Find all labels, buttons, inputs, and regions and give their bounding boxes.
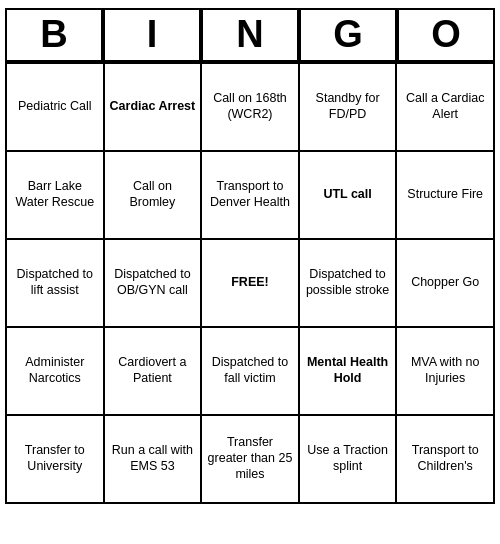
bingo-cell-3-3: Mental Health Hold — [299, 327, 397, 415]
bingo-grid: Pediatric CallCardiac ArrestCall on 168t… — [5, 62, 495, 504]
bingo-row-4: Transfer to UniversityRun a call with EM… — [6, 415, 494, 503]
bingo-cell-4-1: Run a call with EMS 53 — [104, 415, 202, 503]
bingo-cell-2-0: Dispatched to lift assist — [6, 239, 104, 327]
bingo-row-2: Dispatched to lift assistDispatched to O… — [6, 239, 494, 327]
bingo-cell-1-0: Barr Lake Water Rescue — [6, 151, 104, 239]
header-letter-b: B — [5, 8, 103, 62]
bingo-row-0: Pediatric CallCardiac ArrestCall on 168t… — [6, 63, 494, 151]
bingo-cell-3-4: MVA with no Injuries — [396, 327, 494, 415]
header-letter-n: N — [201, 8, 299, 62]
bingo-row-3: Administer NarcoticsCardiovert a Patient… — [6, 327, 494, 415]
header-letter-o: O — [397, 8, 495, 62]
bingo-cell-2-2: FREE! — [201, 239, 299, 327]
bingo-cell-1-2: Transport to Denver Health — [201, 151, 299, 239]
bingo-cell-0-0: Pediatric Call — [6, 63, 104, 151]
bingo-cell-0-1: Cardiac Arrest — [104, 63, 202, 151]
header-letter-g: G — [299, 8, 397, 62]
bingo-cell-4-0: Transfer to University — [6, 415, 104, 503]
bingo-cell-1-1: Call on Bromley — [104, 151, 202, 239]
bingo-cell-1-3: UTL call — [299, 151, 397, 239]
bingo-cell-0-4: Call a Cardiac Alert — [396, 63, 494, 151]
header-letter-i: I — [103, 8, 201, 62]
bingo-row-1: Barr Lake Water RescueCall on BromleyTra… — [6, 151, 494, 239]
bingo-cell-4-4: Transport to Children's — [396, 415, 494, 503]
bingo-header: BINGO — [5, 8, 495, 62]
bingo-cell-4-3: Use a Traction splint — [299, 415, 397, 503]
bingo-cell-3-2: Dispatched to fall victim — [201, 327, 299, 415]
bingo-cell-0-2: Call on 168th (WCR2) — [201, 63, 299, 151]
bingo-cell-2-4: Chopper Go — [396, 239, 494, 327]
bingo-cell-2-3: Dispatched to possible stroke — [299, 239, 397, 327]
bingo-cell-3-1: Cardiovert a Patient — [104, 327, 202, 415]
bingo-cell-1-4: Structure Fire — [396, 151, 494, 239]
bingo-card: BINGO Pediatric CallCardiac ArrestCall o… — [5, 8, 495, 504]
bingo-cell-4-2: Transfer greater than 25 miles — [201, 415, 299, 503]
bingo-cell-3-0: Administer Narcotics — [6, 327, 104, 415]
bingo-cell-2-1: Dispatched to OB/GYN call — [104, 239, 202, 327]
bingo-cell-0-3: Standby for FD/PD — [299, 63, 397, 151]
